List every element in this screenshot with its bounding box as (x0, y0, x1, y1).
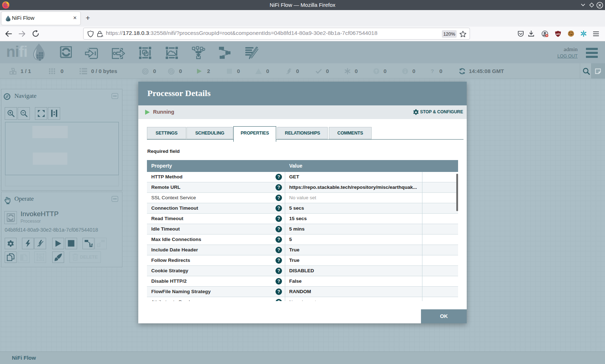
svg-text:uO: uO (556, 32, 560, 36)
